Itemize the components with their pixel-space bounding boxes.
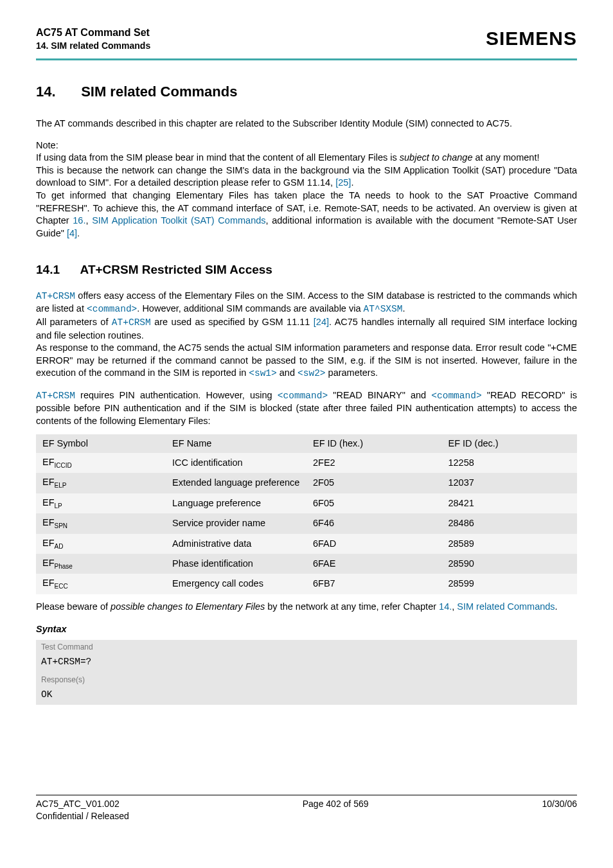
ef-th-dec: EF ID (dec.) [441, 434, 577, 454]
footer-left: AC75_ATC_V01.002 Confidential / Released [36, 798, 129, 822]
ef-th-name: EF Name [166, 434, 306, 454]
note-block: Note: If using data from the SIM please … [36, 139, 577, 240]
note-p4b: , [85, 215, 92, 226]
link-sim-related-commands[interactable]: SIM related Commands [457, 601, 555, 612]
ef-dec-cell: 28486 [441, 513, 577, 533]
command-param-link-3[interactable]: <command> [431, 391, 481, 401]
footer-confidentiality: Confidential / Released [36, 810, 129, 822]
atcrsm-link-3[interactable]: AT+CRSM [36, 391, 75, 401]
table-row: EFSPNService provider name6F4628486 [36, 513, 577, 533]
ef-th-symbol: EF Symbol [36, 434, 166, 454]
doc-title: AC75 AT Command Set [36, 26, 150, 40]
ef-name-cell: Language preference [166, 493, 306, 513]
beware-paragraph: Please beware of possible changes to Ele… [36, 601, 577, 614]
table-row: EFADAdministrative data6FAD28589 [36, 534, 577, 554]
atsxsm-link[interactable]: AT^SXSM [364, 304, 403, 314]
body-p1d: . However, additional SIM commands are a… [137, 303, 363, 314]
ef-dec-cell: 12037 [441, 473, 577, 493]
syntax-box: Test Command AT+CRSM=? Response(s) OK [36, 640, 577, 705]
ef-dec-cell: 28421 [441, 493, 577, 513]
body-p3e: parameters. [326, 368, 378, 378]
ef-dec-cell: 28599 [441, 574, 577, 594]
footer-divider [36, 795, 577, 795]
test-command-value: AT+CRSM=? [36, 654, 577, 673]
ef-table: EF Symbol EF Name EF ID (hex.) EF ID (de… [36, 434, 577, 594]
body-p4b: requires PIN authentication. However, us… [75, 390, 278, 400]
header-divider [36, 58, 577, 60]
note-p3a: This is because the network can change t… [36, 165, 577, 188]
ef-symbol-cell: EFSPN [36, 513, 166, 533]
ef-th-hex: EF ID (hex.) [306, 434, 442, 454]
beware-e: . [555, 601, 558, 612]
ef-hex-cell: 6F05 [306, 493, 442, 513]
ef-name-cell: Extended language preference [166, 473, 306, 493]
sw1-param-link[interactable]: <sw1> [249, 368, 277, 378]
atcrsm-link-2[interactable]: AT+CRSM [112, 317, 151, 328]
body-p2a: All parameters of [36, 317, 112, 327]
link-sat-commands[interactable]: SIM Application Toolkit (SAT) Commands [92, 215, 265, 226]
syntax-heading: Syntax [36, 623, 577, 636]
brand-logo: SIEMENS [486, 26, 577, 52]
ef-name-cell: Administrative data [166, 534, 306, 554]
table-row: EFECCEmergency call codes6FB728599 [36, 574, 577, 594]
ef-symbol-cell: EFICCID [36, 453, 166, 473]
section-heading: 14.1 AT+CRSM Restricted SIM Access [36, 261, 577, 278]
ef-hex-cell: 6FAE [306, 554, 442, 574]
response-label: Response(s) [36, 673, 577, 687]
page-footer: AC75_ATC_V01.002 Confidential / Released… [36, 798, 577, 822]
atcrsm-link-1[interactable]: AT+CRSM [36, 291, 75, 301]
ef-dec-cell: 28589 [441, 534, 577, 554]
command-param-link-1[interactable]: <command> [87, 304, 137, 314]
ef-symbol-cell: EFPhase [36, 554, 166, 574]
link-chapter-14[interactable]: 14. [439, 601, 452, 612]
chapter-title: SIM related Commands [81, 84, 237, 100]
footer-page-number: Page 402 of 569 [303, 798, 369, 822]
table-row: EFPhasePhase identification6FAE28590 [36, 554, 577, 574]
note-p3b: . [351, 177, 353, 188]
page-header: AC75 AT Command Set 14. SIM related Comm… [36, 26, 577, 52]
ef-name-cell: Service provider name [166, 513, 306, 533]
ef-dec-cell: 12258 [441, 453, 577, 473]
body-p4d: "READ BINARY" and [328, 390, 431, 400]
note-p2: If using data from the SIM please bear i… [36, 152, 577, 164]
chapter-number: 14. [36, 82, 77, 102]
test-command-label: Test Command [36, 640, 577, 654]
ef-hex-cell: 6F46 [306, 513, 442, 533]
ef-hex-cell: 6FB7 [306, 574, 442, 594]
note-p2c: at any moment! [472, 152, 539, 163]
command-param-link-2[interactable]: <command> [278, 391, 328, 401]
ef-table-header-row: EF Symbol EF Name EF ID (hex.) EF ID (de… [36, 434, 577, 454]
table-row: EFICCIDICC identification2FE212258 [36, 453, 577, 473]
ref-24[interactable]: [24] [314, 317, 329, 327]
note-p4: To get informed that changing Elementary… [36, 190, 577, 240]
chapter-heading: 14. SIM related Commands [36, 82, 577, 102]
intro-p1: The AT commands described in this chapte… [36, 118, 577, 130]
note-p4d: . [77, 228, 80, 238]
body-p3: As response to the command, the AC75 sen… [36, 342, 577, 380]
body-p4: AT+CRSM requires PIN authentication. How… [36, 389, 577, 428]
note-p3: This is because the network can change t… [36, 164, 577, 190]
ef-symbol-cell: EFELP [36, 473, 166, 493]
footer-doc-version: AC75_ATC_V01.002 [36, 798, 129, 810]
section-number: 14.1 [36, 261, 77, 278]
ref-25[interactable]: [25] [335, 177, 351, 188]
ef-hex-cell: 6FAD [306, 534, 442, 554]
table-row: EFELPExtended language preference2F05120… [36, 473, 577, 493]
ref-4[interactable]: [4] [67, 228, 77, 238]
body-p2c: are used as specified by GSM 11.11 [151, 317, 314, 327]
table-row: EFLPLanguage preference6F0528421 [36, 493, 577, 513]
link-chapter-16[interactable]: 16. [73, 215, 85, 226]
ef-name-cell: Phase identification [166, 554, 306, 574]
sw2-param-link[interactable]: <sw2> [298, 368, 326, 378]
ef-symbol-cell: EFAD [36, 534, 166, 554]
beware-b: possible changes to Elementary Files [111, 601, 265, 612]
section-label: 14. SIM related Commands [36, 40, 150, 52]
note-p2b: subject to change [400, 152, 473, 163]
ef-hex-cell: 2F05 [306, 473, 442, 493]
section-title: AT+CRSM Restricted SIM Access [80, 263, 272, 276]
ef-symbol-cell: EFLP [36, 493, 166, 513]
ef-dec-cell: 28590 [441, 554, 577, 574]
body-p1: AT+CRSM offers easy access of the Elemen… [36, 290, 577, 316]
body-p2: All parameters of AT+CRSM are used as sp… [36, 316, 577, 342]
body-p1f: . [402, 303, 405, 314]
